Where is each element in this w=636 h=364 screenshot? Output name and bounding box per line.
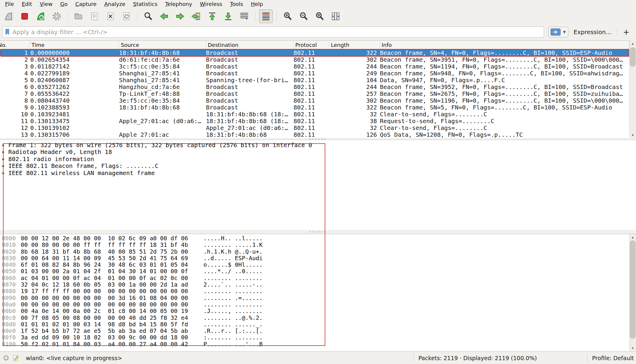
column-header-no[interactable]: No. xyxy=(0,41,30,49)
packet-row-selected[interactable]: 10.00000000018:31:bf:4b:8b:68Broadcast80… xyxy=(0,49,629,56)
pane-splitter[interactable] xyxy=(0,230,636,234)
hex-row[interactable]: 009000 00 00 00 00 00 00 00 00 3d 16 01 … xyxy=(2,295,636,301)
packet-row[interactable]: 20.002654354d6:61:fe:cd:7a:6eBroadcast80… xyxy=(0,56,629,63)
colorize-packets-button[interactable] xyxy=(259,9,273,23)
capture-options-button[interactable] xyxy=(50,9,64,23)
resize-columns-button[interactable] xyxy=(329,9,342,23)
column-header-destination[interactable]: Destination xyxy=(206,41,294,49)
hex-scrollbar[interactable]: ▲ ▼ xyxy=(629,234,636,351)
capture-comment-icon[interactable] xyxy=(13,355,19,362)
packet-row[interactable]: 100.10392348118:31:bf:4b:8b:68 (18:…802.… xyxy=(0,111,629,117)
open-file-button[interactable] xyxy=(72,9,85,23)
packet-row[interactable]: 60.035271262Hangzhou_cd:7a:6eBroadcast80… xyxy=(0,83,629,90)
reload-file-button[interactable] xyxy=(120,9,133,23)
column-header-length[interactable]: Length xyxy=(329,41,380,49)
expression-button[interactable]: Expression... xyxy=(572,28,613,36)
menu-item-statistics[interactable]: Statistics xyxy=(129,0,161,8)
hex-row[interactable]: 00f03a ed dd 09 00 10 18 02 03 00 9c 00 … xyxy=(2,334,636,341)
restart-capture-button[interactable] xyxy=(34,9,47,23)
packet-row[interactable]: 90.10238859318:31:bf:4b:8b:68Broadcast80… xyxy=(0,104,629,111)
hex-row[interactable]: 0060ac 04 01 00 00 0f ac 04 01 00 00 0f … xyxy=(2,275,636,281)
menu-item-telephony[interactable]: Telephony xyxy=(161,0,196,8)
menu-item-capture[interactable]: Capture xyxy=(72,0,101,8)
packet-row[interactable]: 110.130133475Apple_27:01:ac (d0:a6:…18:3… xyxy=(0,117,629,124)
expert-info-icon[interactable] xyxy=(4,355,9,360)
menu-item-view[interactable]: View xyxy=(36,0,56,8)
hex-row[interactable]: 00d001 01 01 02 01 00 03 14 98 d8 bd b4 … xyxy=(2,321,636,328)
hex-row[interactable]: 00b000 4a 0e 14 00 0a 00 2c 01 c8 00 14 … xyxy=(2,308,636,314)
packet-row[interactable]: 80.0804437403e:f5:cc:0e:35:84Broadcast80… xyxy=(0,97,629,104)
menu-item-edit[interactable]: Edit xyxy=(18,0,36,8)
zoom-in-button[interactable] xyxy=(281,9,294,23)
packet-list-scrollbar[interactable]: ▲ ▼ xyxy=(629,40,636,138)
scrollbar-thumb[interactable] xyxy=(630,47,635,66)
hex-row[interactable]: 007032 04 0c 12 18 60 0b 05 03 00 1a 00 … xyxy=(2,281,636,288)
menu-item-wireless[interactable]: Wireless xyxy=(196,0,226,8)
scroll-down-icon[interactable]: ▼ xyxy=(629,345,636,351)
profile-status[interactable]: Profile: Default xyxy=(587,354,634,362)
expander-icon[interactable]: ▶ xyxy=(2,157,8,161)
detail-row-frame[interactable]: ▶Frame 1: 322 bytes on wire (2576 bits),… xyxy=(2,142,636,149)
go-to-top-button[interactable] xyxy=(205,9,219,23)
find-packet-button[interactable] xyxy=(141,9,155,23)
display-filter-input[interactable] xyxy=(12,28,541,36)
hex-row[interactable]: 001000 00 80 00 00 00 ff ff ff ff ff ff … xyxy=(2,241,636,248)
filter-history-caret-icon[interactable]: ▼ xyxy=(563,30,566,34)
bookmark-icon[interactable] xyxy=(5,29,9,35)
menu-item-go[interactable]: Go xyxy=(56,0,72,8)
zoom-out-button[interactable] xyxy=(297,9,310,23)
apply-filter-button[interactable] xyxy=(551,28,561,36)
menu-item-file[interactable]: File xyxy=(1,0,18,8)
menu-item-tools[interactable]: Tools xyxy=(226,0,247,8)
hex-row[interactable]: 008019 17 ff ff ff 00 00 00 00 00 00 00 … xyxy=(2,288,636,294)
menu-item-help[interactable]: Help xyxy=(247,0,267,8)
hex-row[interactable]: 00406f 01 08 82 84 8b 96 24 30 48 6c 03 … xyxy=(2,261,636,268)
detail-row-radiotap[interactable]: ▶Radiotap Header v0, Length 18 xyxy=(2,149,636,156)
menu-item-analyze[interactable]: Analyze xyxy=(100,0,129,8)
start-capture-button[interactable] xyxy=(2,9,15,23)
expander-icon[interactable]: ▶ xyxy=(2,164,8,168)
hex-row[interactable]: 00a000 00 00 00 00 00 00 00 00 00 00 00 … xyxy=(2,301,636,308)
stop-capture-button[interactable] xyxy=(18,9,31,23)
hex-row[interactable]: 00e01f 52 b4 b5 b7 72 ae e5 5b ab 3a ed … xyxy=(2,328,636,334)
splitter-grip-icon xyxy=(310,139,327,139)
hex-row[interactable]: 003000 00 64 00 11 14 00 09 45 53 50 2d … xyxy=(2,255,636,261)
packet-row[interactable]: 120.130139102Apple_27:01:ac (d0:a6:…802.… xyxy=(0,124,629,131)
packet-row[interactable]: 70.055536422Tp-LinkT_ef:48:88Broadcast80… xyxy=(0,90,629,97)
detail-row-radio-info[interactable]: ▶802.11 radio information xyxy=(2,155,636,163)
detail-row-wlan-mgmt[interactable]: ▶IEEE 802.11 wireless LAN management fra… xyxy=(2,169,636,177)
go-back-button[interactable] xyxy=(157,9,171,23)
zoom-reset-button[interactable] xyxy=(313,9,326,23)
go-to-packet-button[interactable] xyxy=(189,9,203,23)
hex-row[interactable]: 005001 03 00 00 2a 01 04 2f 01 04 30 14 … xyxy=(2,268,636,274)
expander-icon[interactable]: ▶ xyxy=(2,171,8,175)
close-file-button[interactable] xyxy=(104,9,117,23)
packet-list-pane: No. Time Source Destination Protocol Len… xyxy=(0,40,636,138)
save-file-button[interactable] xyxy=(88,9,101,23)
packet-row[interactable]: 30.0118271423c:f5:cc:0e:35:84Broadcast80… xyxy=(0,63,629,70)
hex-row[interactable]: 010050 f2 02 01 01 84 00 03 a4 00 00 27 … xyxy=(2,341,636,347)
scroll-up-icon[interactable]: ▲ xyxy=(629,40,636,46)
packet-row[interactable]: 50.024060087Shanghai_27:85:41Spanning-tr… xyxy=(0,77,629,83)
column-header-source[interactable]: Source xyxy=(119,41,206,49)
go-to-bottom-button[interactable] xyxy=(221,9,235,23)
detail-row-beacon[interactable]: ▶IEEE 802.11 Beacon frame, Flags: ......… xyxy=(2,163,636,170)
hex-row[interactable]: 000000 00 12 00 2e 48 00 00 10 02 6c 09 … xyxy=(2,235,636,241)
column-header-info[interactable]: Info xyxy=(380,41,629,49)
add-filter-button[interactable]: + xyxy=(621,28,633,36)
apply-filter-control[interactable]: ▼ xyxy=(548,27,568,37)
expander-icon[interactable]: ▶ xyxy=(2,150,8,154)
packet-row[interactable]: 40.022799189Shanghai_27:85:41Broadcast80… xyxy=(0,70,629,77)
packet-row[interactable]: 130.130315706Apple_27:01:ac18:31:bf:4b:8… xyxy=(0,131,629,138)
go-forward-button[interactable] xyxy=(173,9,187,23)
column-header-time[interactable]: Time xyxy=(30,41,119,49)
display-filter-field[interactable] xyxy=(2,26,544,38)
hex-row[interactable]: 00c000 7f 08 05 00 08 00 00 00 00 40 dd … xyxy=(2,314,636,321)
scroll-up-icon[interactable]: ▲ xyxy=(629,234,636,240)
hex-row[interactable]: 00208b 68 18 31 bf 4b 8b 68 40 00 85 51 … xyxy=(2,248,636,255)
auto-scroll-button[interactable] xyxy=(237,9,251,23)
expander-icon[interactable]: ▶ xyxy=(2,143,8,147)
scrollbar-thumb[interactable] xyxy=(630,241,635,338)
scroll-down-icon[interactable]: ▼ xyxy=(629,132,636,138)
column-header-protocol[interactable]: Protocol xyxy=(294,41,329,49)
